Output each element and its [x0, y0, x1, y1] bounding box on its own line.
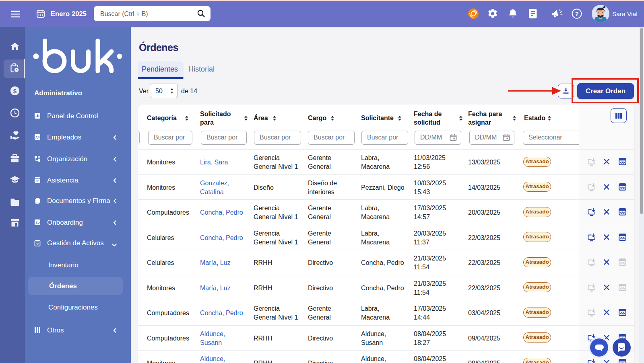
svg-text:$: $: [13, 88, 17, 94]
svg-text:?: ?: [575, 10, 578, 17]
